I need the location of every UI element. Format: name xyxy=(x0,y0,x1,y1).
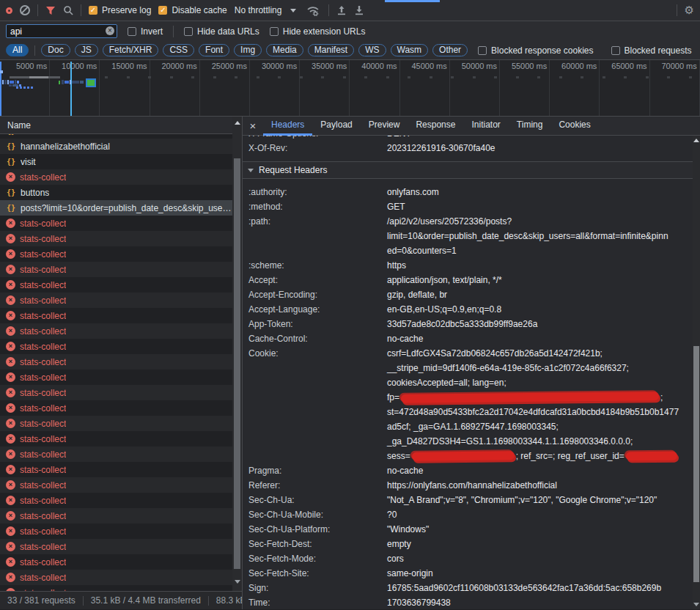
requests-count: 33 / 381 requests xyxy=(7,595,75,606)
filter-pill-img[interactable]: Img xyxy=(234,44,262,56)
request-row[interactable]: ×stats-collect xyxy=(0,554,232,570)
request-row[interactable]: ×stats-collect xyxy=(0,246,232,262)
hide-data-urls-checkbox[interactable]: Hide data URLs xyxy=(184,26,259,37)
filter-pill-fetch-xhr[interactable]: Fetch/XHR xyxy=(103,44,159,56)
request-row[interactable]: {}hannahelizabethofficial xyxy=(0,139,232,154)
record-icon[interactable] xyxy=(6,7,12,14)
request-row[interactable]: ×stats-collect xyxy=(0,508,232,523)
request-failed-icon: × xyxy=(6,342,15,351)
request-details-panel: ×HeadersPayloadPreviewResponseInitiatorT… xyxy=(243,117,700,609)
request-row[interactable]: ×stats-collect xyxy=(0,370,232,385)
hide-extension-urls-checkbox[interactable]: Hide extension URLs xyxy=(270,26,366,37)
filter-pill-font[interactable]: Font xyxy=(199,44,229,56)
tab-response[interactable]: Response xyxy=(408,117,463,136)
scroll-up-icon[interactable] xyxy=(235,121,240,125)
request-row[interactable]: ×stats-collect xyxy=(0,585,232,591)
scrollbar-thumb[interactable] xyxy=(234,158,240,569)
request-row[interactable]: ×stats-collect xyxy=(0,277,232,293)
clear-icon[interactable] xyxy=(20,5,30,15)
request-name: stats-collect xyxy=(20,419,66,429)
clear-search-icon[interactable]: × xyxy=(106,26,114,35)
network-conditions-icon[interactable] xyxy=(306,5,321,16)
filter-search-input[interactable]: api × xyxy=(6,24,117,38)
header-value-line: empty xyxy=(387,537,411,551)
request-row[interactable]: {}posts?limit=10&order=publish_date_desc… xyxy=(0,200,232,216)
tab-preview[interactable]: Preview xyxy=(361,117,408,136)
details-scrollbar[interactable] xyxy=(693,136,700,609)
request-row[interactable]: ×stats-collect xyxy=(0,308,232,323)
scrollbar-thumb[interactable] xyxy=(693,346,699,582)
request-row[interactable]: {}buttons xyxy=(0,185,232,200)
request-row[interactable]: ×stats-collect xyxy=(0,477,232,493)
filter-pill-ws[interactable]: WS xyxy=(358,44,386,56)
request-row[interactable]: ×stats-collect xyxy=(0,493,232,508)
scroll-up-icon[interactable] xyxy=(693,139,699,142)
preserve-log-checkbox[interactable]: Preserve log xyxy=(89,5,151,15)
timeline-faint-tick xyxy=(473,76,476,78)
scroll-down-icon[interactable] xyxy=(693,603,699,606)
toolbar-divider xyxy=(37,4,38,16)
name-column-header[interactable]: Name xyxy=(0,117,242,134)
tab-timing[interactable]: Timing xyxy=(509,117,551,136)
settings-gear-icon[interactable]: ⚙ xyxy=(685,5,694,16)
waterfall-bar xyxy=(62,80,64,84)
request-row[interactable]: ×stats-collect xyxy=(0,523,232,539)
import-har-icon[interactable] xyxy=(336,5,347,15)
tab-headers[interactable]: Headers xyxy=(263,117,312,136)
request-row[interactable]: ×stats-collect xyxy=(0,231,232,246)
disable-cache-checkbox[interactable]: Disable cache xyxy=(158,5,226,15)
header-value-line: ed=0&counters=1 xyxy=(387,243,668,258)
export-har-icon[interactable] xyxy=(354,5,364,15)
request-name: visit xyxy=(21,157,36,167)
request-row[interactable]: ×stats-collect xyxy=(0,354,232,370)
request-row[interactable]: ×stats-collect xyxy=(0,447,232,462)
blocked-response-cookies-checkbox[interactable]: Blocked response cookies xyxy=(478,45,593,56)
request-row[interactable]: ×stats-collect xyxy=(0,431,232,447)
header-row: Accept:application/json, text/plain, */* xyxy=(243,273,693,287)
request-row[interactable]: ×stats-collect xyxy=(0,416,232,431)
blocked-requests-checkbox[interactable]: Blocked requests xyxy=(611,45,692,56)
request-headers-section-header[interactable]: Request Headers xyxy=(243,162,693,179)
section-separator xyxy=(243,155,693,162)
request-row[interactable]: ×stats-collect xyxy=(0,262,232,277)
request-row[interactable]: {}visit xyxy=(0,154,232,169)
requests-scrollbar[interactable] xyxy=(232,117,242,591)
request-row[interactable]: ×stats-collect xyxy=(0,462,232,477)
request-row[interactable]: ×stats-collect xyxy=(0,539,232,554)
waterfall-bar xyxy=(9,84,12,87)
header-value-line: "Windows" xyxy=(387,522,429,537)
scroll-down-icon[interactable] xyxy=(235,580,240,584)
header-name: :authority: xyxy=(243,185,387,199)
request-row[interactable]: ×stats-collect xyxy=(0,293,232,308)
throttling-dropdown[interactable]: No throttling xyxy=(235,5,297,15)
request-failed-icon: × xyxy=(6,234,15,243)
network-overview-timeline[interactable]: 5000 ms10000 ms15000 ms20000 ms25000 ms3… xyxy=(0,60,700,117)
filter-pill-all[interactable]: All xyxy=(6,44,29,56)
request-failed-icon: × xyxy=(6,526,15,536)
filter-pill-doc[interactable]: Doc xyxy=(41,44,70,56)
search-icon[interactable] xyxy=(63,5,73,15)
preserve-log-label: Preserve log xyxy=(102,5,151,15)
request-row[interactable]: ×stats-collect xyxy=(0,570,232,585)
tab-payload[interactable]: Payload xyxy=(312,117,360,136)
tab-initiator[interactable]: Initiator xyxy=(463,117,508,136)
request-row[interactable]: ×stats-collect xyxy=(0,400,232,416)
filter-pill-js[interactable]: JS xyxy=(75,44,98,56)
request-name: stats-collect xyxy=(20,295,66,306)
request-row[interactable]: ×stats-collect xyxy=(0,339,232,354)
header-row: X-Frame-Options:DENY xyxy=(243,136,693,141)
request-row[interactable]: ×stats-collect xyxy=(0,385,232,400)
request-row[interactable]: ×stats-collect xyxy=(0,216,232,231)
tab-cookies[interactable]: Cookies xyxy=(550,117,598,136)
filter-icon[interactable] xyxy=(45,6,56,15)
filter-pill-other[interactable]: Other xyxy=(432,44,468,56)
filter-pill-manifest[interactable]: Manifest xyxy=(308,44,354,56)
filter-pill-css[interactable]: CSS xyxy=(163,44,194,56)
request-name: stats-collect xyxy=(20,480,66,490)
close-icon[interactable]: × xyxy=(243,120,263,132)
filter-pill-wasm[interactable]: Wasm xyxy=(391,44,429,56)
request-row[interactable]: ×stats-collect xyxy=(0,323,232,339)
invert-checkbox[interactable]: Invert xyxy=(128,26,163,37)
request-row[interactable]: ×stats-collect xyxy=(0,169,232,185)
filter-pill-media[interactable]: Media xyxy=(266,44,303,56)
